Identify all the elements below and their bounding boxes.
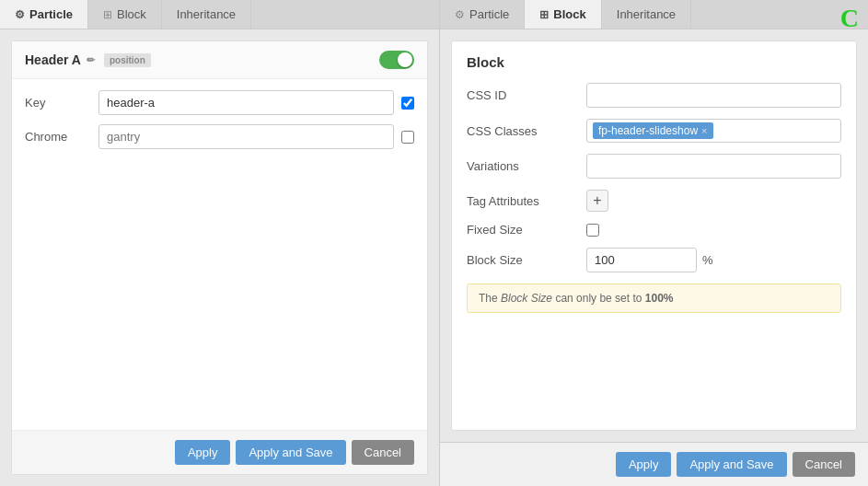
left-card-header: Header A ✏ position bbox=[12, 41, 427, 79]
block-size-label: Block Size bbox=[467, 253, 586, 267]
particle-icon-left: ⚙ bbox=[15, 8, 25, 21]
css-id-label: CSS ID bbox=[467, 88, 586, 102]
css-classes-label: CSS Classes bbox=[467, 124, 586, 138]
key-label: Key bbox=[25, 96, 98, 110]
right-bottom-bar: Apply Apply and Save Cancel bbox=[440, 442, 868, 486]
right-tab-inheritance[interactable]: Inheritance bbox=[602, 0, 691, 29]
right-apply-button[interactable]: Apply bbox=[616, 452, 672, 477]
left-card-footer: Apply Apply and Save Cancel bbox=[12, 430, 427, 474]
fixed-size-label: Fixed Size bbox=[467, 223, 586, 237]
variations-row: Variations bbox=[467, 154, 841, 179]
chrome-checkbox[interactable] bbox=[401, 131, 414, 144]
right-tab-particle-label: Particle bbox=[469, 7, 509, 21]
block-size-row: Block Size % bbox=[467, 248, 841, 272]
left-tab-block-label: Block bbox=[117, 7, 146, 21]
key-input[interactable] bbox=[98, 90, 394, 115]
chrome-input[interactable] bbox=[98, 124, 394, 149]
tag-fp-header-slideshow: fp-header-slideshow × bbox=[593, 122, 713, 139]
particle-icon-right: ⚙ bbox=[455, 8, 465, 21]
tag-attributes-label: Tag Attributes bbox=[467, 194, 586, 208]
right-tab-block[interactable]: ⊞ Block bbox=[525, 0, 601, 29]
left-tab-inheritance[interactable]: Inheritance bbox=[162, 0, 251, 29]
tag-attributes-row: Tag Attributes + bbox=[467, 190, 841, 212]
key-checkbox[interactable] bbox=[401, 97, 414, 110]
key-row: Key bbox=[25, 90, 414, 115]
tag-attributes-add-button[interactable]: + bbox=[586, 190, 608, 212]
css-classes-tags: fp-header-slideshow × bbox=[586, 119, 841, 143]
position-badge: position bbox=[104, 53, 151, 67]
chrome-label: Chrome bbox=[25, 130, 98, 144]
fixed-size-row: Fixed Size bbox=[467, 223, 841, 237]
block-size-italic: Block Size bbox=[501, 292, 552, 305]
right-tab-inheritance-label: Inheritance bbox=[617, 7, 676, 21]
card-title-text: Header A bbox=[25, 52, 81, 67]
left-tab-inheritance-label: Inheritance bbox=[177, 7, 236, 21]
block-section-title: Block bbox=[467, 54, 841, 70]
variations-label: Variations bbox=[467, 159, 586, 173]
edit-icon[interactable]: ✏ bbox=[87, 54, 95, 66]
right-panel: ⚙ Particle ⊞ Block Inheritance Block CSS… bbox=[440, 0, 868, 486]
logo: C bbox=[840, 4, 859, 33]
left-card-body: Key Chrome bbox=[12, 79, 427, 430]
css-classes-row: CSS Classes fp-header-slideshow × bbox=[467, 119, 841, 143]
block-icon-left: ⊞ bbox=[103, 8, 112, 21]
left-apply-save-button[interactable]: Apply and Save bbox=[236, 440, 345, 465]
css-id-row: CSS ID bbox=[467, 83, 841, 108]
left-tab-bar: ⚙ Particle ⊞ Block Inheritance bbox=[0, 0, 439, 29]
block-section: Block CSS ID CSS Classes fp-header-slide… bbox=[452, 41, 856, 430]
left-tab-block[interactable]: ⊞ Block bbox=[88, 0, 162, 29]
left-tab-particle-label: Particle bbox=[29, 7, 73, 21]
card-title-container: Header A ✏ position bbox=[25, 52, 151, 67]
left-card: Header A ✏ position Key Chrome bbox=[11, 40, 428, 475]
right-apply-save-button[interactable]: Apply and Save bbox=[677, 452, 786, 477]
variations-input[interactable] bbox=[586, 154, 841, 179]
css-id-input[interactable] bbox=[586, 83, 841, 108]
right-tab-particle[interactable]: ⚙ Particle bbox=[440, 0, 525, 29]
toggle-switch[interactable] bbox=[379, 51, 414, 69]
right-tab-block-label: Block bbox=[553, 7, 585, 21]
block-size-input[interactable] bbox=[586, 248, 697, 272]
fixed-size-checkbox[interactable] bbox=[586, 224, 599, 237]
tag-remove-icon[interactable]: × bbox=[701, 125, 707, 136]
block-icon-right: ⊞ bbox=[539, 8, 549, 21]
block-size-value-bold: 100% bbox=[645, 292, 674, 305]
left-apply-button[interactable]: Apply bbox=[175, 440, 231, 465]
info-box: The Block Size can only be set to 100% bbox=[467, 284, 841, 313]
left-panel: ⚙ Particle ⊞ Block Inheritance Header A … bbox=[0, 0, 440, 486]
left-cancel-button[interactable]: Cancel bbox=[352, 440, 414, 465]
right-tab-bar: ⚙ Particle ⊞ Block Inheritance bbox=[440, 0, 868, 29]
percent-label: % bbox=[702, 253, 713, 267]
tag-text: fp-header-slideshow bbox=[598, 124, 698, 137]
chrome-row: Chrome bbox=[25, 124, 414, 149]
right-cancel-button[interactable]: Cancel bbox=[793, 452, 855, 477]
left-tab-particle[interactable]: ⚙ Particle bbox=[0, 0, 88, 29]
